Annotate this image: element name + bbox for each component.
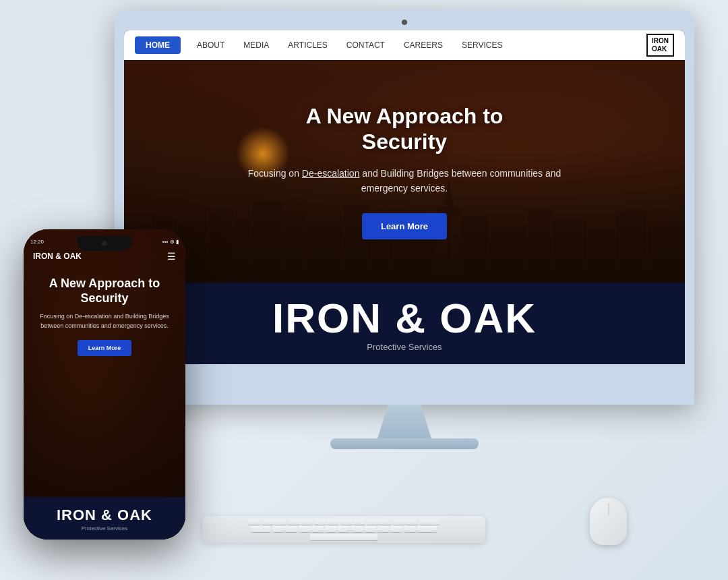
nav-about[interactable]: ABOUT bbox=[187, 40, 234, 50]
svg-rect-6 bbox=[209, 208, 233, 283]
phone-frame: 12:20 ▪▪▪ ⊛ ▮ IRON & OAK ☰ A New Approac… bbox=[24, 229, 185, 540]
key bbox=[272, 526, 284, 532]
key bbox=[274, 519, 286, 525]
svg-rect-10 bbox=[305, 222, 342, 283]
key bbox=[311, 526, 324, 532]
key bbox=[353, 519, 365, 525]
phone-hero-bg bbox=[24, 229, 185, 540]
svg-rect-9 bbox=[284, 212, 304, 283]
hero-subtitle: Focusing on De-escalation and Building B… bbox=[236, 166, 573, 196]
nav-careers[interactable]: CAREERS bbox=[394, 40, 452, 50]
phone-footer-tagline: Protective Services bbox=[24, 525, 185, 531]
phone-hero-title: A New Approach to Security bbox=[34, 277, 175, 306]
key bbox=[419, 519, 439, 525]
mobile-phone: 12:20 ▪▪▪ ⊛ ▮ IRON & OAK ☰ A New Approac… bbox=[24, 229, 185, 540]
phone-brand: IRON & OAK bbox=[33, 252, 82, 261]
hero-title: A New Approach to Security bbox=[306, 103, 504, 155]
phone-time: 12:20 bbox=[30, 239, 44, 245]
brand-name: IRON & OAK bbox=[124, 297, 685, 339]
phone-status-icons: ▪▪▪ ⊛ ▮ bbox=[162, 239, 179, 245]
mouse bbox=[590, 498, 627, 545]
phone-hero-content: A New Approach to Security Focusing on D… bbox=[24, 277, 185, 356]
key bbox=[393, 519, 405, 525]
nav-services[interactable]: SERVICES bbox=[452, 40, 512, 50]
key bbox=[301, 519, 313, 525]
svg-rect-7 bbox=[234, 219, 251, 283]
phone-hero-subtitle: Focusing on De-escalation and Building B… bbox=[34, 312, 175, 330]
svg-rect-18 bbox=[588, 229, 615, 283]
phone-hero-cta-button[interactable]: Learn More bbox=[78, 340, 132, 356]
monitor-navbar: HOME ABOUT MEDIA ARTICLES CONTACT CAREER… bbox=[124, 30, 685, 60]
key bbox=[340, 519, 353, 525]
key bbox=[404, 526, 416, 532]
monitor-screen: HOME ABOUT MEDIA ARTICLES CONTACT CAREER… bbox=[124, 30, 685, 405]
key bbox=[417, 526, 437, 532]
phone-navbar: IRON & OAK ☰ bbox=[24, 251, 185, 262]
key bbox=[325, 526, 337, 532]
key bbox=[406, 519, 418, 525]
key bbox=[338, 526, 350, 532]
key bbox=[262, 519, 274, 525]
key bbox=[364, 526, 376, 532]
nav-home-button[interactable]: HOME bbox=[135, 36, 181, 54]
desktop-monitor: HOME ABOUT MEDIA ARTICLES CONTACT CAREER… bbox=[115, 10, 694, 449]
phone-status-bar: 12:20 ▪▪▪ ⊛ ▮ bbox=[24, 239, 185, 245]
key bbox=[314, 519, 326, 525]
svg-rect-16 bbox=[528, 208, 551, 283]
brand-tagline: Protective Services bbox=[124, 342, 685, 352]
svg-rect-19 bbox=[616, 212, 646, 283]
key bbox=[380, 519, 392, 525]
hamburger-icon[interactable]: ☰ bbox=[167, 251, 176, 262]
key bbox=[251, 526, 271, 532]
key bbox=[285, 526, 297, 532]
key bbox=[288, 519, 300, 525]
spacebar-key bbox=[310, 534, 377, 540]
svg-rect-8 bbox=[252, 202, 282, 283]
svg-rect-20 bbox=[648, 222, 685, 283]
monitor-hero: A New Approach to Security Focusing on D… bbox=[124, 60, 685, 283]
monitor-brand-bar: IRON & OAK Protective Services bbox=[124, 283, 685, 364]
nav-logo: IRON OAK bbox=[646, 34, 674, 57]
svg-rect-15 bbox=[489, 225, 526, 283]
key bbox=[367, 519, 379, 525]
key bbox=[327, 519, 339, 525]
nav-articles[interactable]: ARTICLES bbox=[278, 40, 336, 50]
key bbox=[351, 526, 363, 532]
monitor-stand-neck bbox=[377, 405, 431, 438]
svg-rect-17 bbox=[553, 219, 586, 283]
phone-screen: 12:20 ▪▪▪ ⊛ ▮ IRON & OAK ☰ A New Approac… bbox=[24, 229, 185, 540]
nav-contact[interactable]: CONTACT bbox=[337, 40, 394, 50]
nav-media[interactable]: MEDIA bbox=[234, 40, 278, 50]
monitor-frame: HOME ABOUT MEDIA ARTICLES CONTACT CAREER… bbox=[115, 10, 694, 405]
key bbox=[248, 519, 260, 525]
keyboard bbox=[202, 516, 485, 543]
monitor-camera bbox=[402, 20, 407, 25]
phone-footer: IRON & OAK Protective Services bbox=[24, 497, 185, 540]
key bbox=[390, 526, 402, 532]
key bbox=[299, 526, 311, 532]
monitor-stand-base bbox=[330, 438, 479, 449]
phone-footer-brand: IRON & OAK bbox=[24, 506, 185, 524]
key bbox=[377, 526, 390, 532]
monitor-light-section bbox=[124, 364, 685, 405]
hero-cta-button[interactable]: Learn More bbox=[362, 213, 447, 239]
svg-rect-14 bbox=[461, 215, 488, 283]
